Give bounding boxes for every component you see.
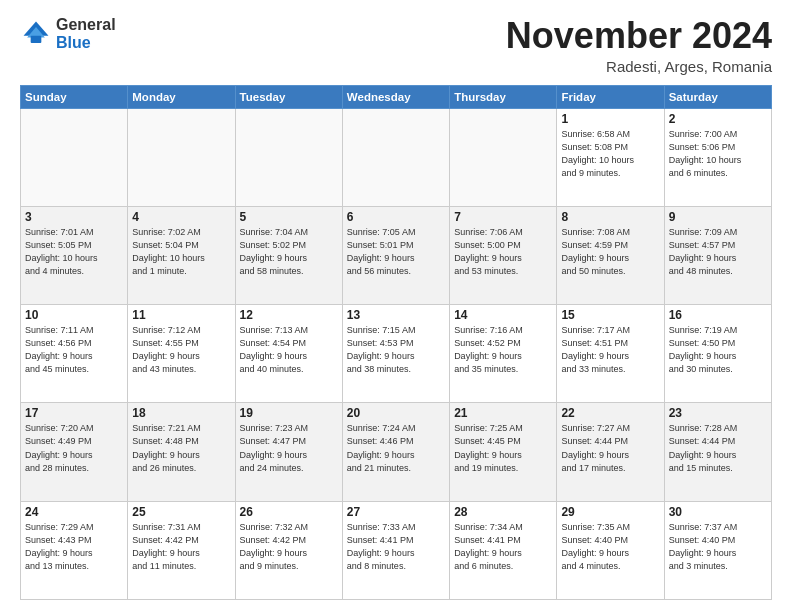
day-number: 3 (25, 210, 123, 224)
day-info: Sunrise: 7:31 AM Sunset: 4:42 PM Dayligh… (132, 521, 230, 573)
col-thursday: Thursday (450, 85, 557, 108)
col-monday: Monday (128, 85, 235, 108)
day-number: 5 (240, 210, 338, 224)
logo: General Blue (20, 16, 116, 51)
logo-text: General Blue (56, 16, 116, 51)
location: Radesti, Arges, Romania (506, 58, 772, 75)
table-row: 25Sunrise: 7:31 AM Sunset: 4:42 PM Dayli… (128, 501, 235, 599)
day-info: Sunrise: 7:24 AM Sunset: 4:46 PM Dayligh… (347, 422, 445, 474)
table-row: 6Sunrise: 7:05 AM Sunset: 5:01 PM Daylig… (342, 206, 449, 304)
table-row: 22Sunrise: 7:27 AM Sunset: 4:44 PM Dayli… (557, 403, 664, 501)
day-number: 29 (561, 505, 659, 519)
table-row: 21Sunrise: 7:25 AM Sunset: 4:45 PM Dayli… (450, 403, 557, 501)
day-info: Sunrise: 7:13 AM Sunset: 4:54 PM Dayligh… (240, 324, 338, 376)
day-number: 1 (561, 112, 659, 126)
day-number: 9 (669, 210, 767, 224)
table-row: 28Sunrise: 7:34 AM Sunset: 4:41 PM Dayli… (450, 501, 557, 599)
day-info: Sunrise: 7:04 AM Sunset: 5:02 PM Dayligh… (240, 226, 338, 278)
day-number: 24 (25, 505, 123, 519)
table-row: 4Sunrise: 7:02 AM Sunset: 5:04 PM Daylig… (128, 206, 235, 304)
day-number: 10 (25, 308, 123, 322)
day-number: 19 (240, 406, 338, 420)
day-info: Sunrise: 7:09 AM Sunset: 4:57 PM Dayligh… (669, 226, 767, 278)
day-number: 12 (240, 308, 338, 322)
day-number: 13 (347, 308, 445, 322)
table-row: 14Sunrise: 7:16 AM Sunset: 4:52 PM Dayli… (450, 305, 557, 403)
day-number: 28 (454, 505, 552, 519)
table-row (342, 108, 449, 206)
day-number: 15 (561, 308, 659, 322)
day-info: Sunrise: 7:20 AM Sunset: 4:49 PM Dayligh… (25, 422, 123, 474)
table-row: 11Sunrise: 7:12 AM Sunset: 4:55 PM Dayli… (128, 305, 235, 403)
svg-rect-2 (31, 35, 42, 42)
day-info: Sunrise: 7:35 AM Sunset: 4:40 PM Dayligh… (561, 521, 659, 573)
col-friday: Friday (557, 85, 664, 108)
day-info: Sunrise: 7:12 AM Sunset: 4:55 PM Dayligh… (132, 324, 230, 376)
day-number: 25 (132, 505, 230, 519)
day-info: Sunrise: 7:01 AM Sunset: 5:05 PM Dayligh… (25, 226, 123, 278)
day-number: 18 (132, 406, 230, 420)
day-number: 4 (132, 210, 230, 224)
day-number: 7 (454, 210, 552, 224)
table-row: 9Sunrise: 7:09 AM Sunset: 4:57 PM Daylig… (664, 206, 771, 304)
day-number: 17 (25, 406, 123, 420)
table-row: 20Sunrise: 7:24 AM Sunset: 4:46 PM Dayli… (342, 403, 449, 501)
month-title: November 2024 (506, 16, 772, 56)
logo-icon (20, 18, 52, 50)
day-info: Sunrise: 7:06 AM Sunset: 5:00 PM Dayligh… (454, 226, 552, 278)
day-info: Sunrise: 7:28 AM Sunset: 4:44 PM Dayligh… (669, 422, 767, 474)
day-info: Sunrise: 7:11 AM Sunset: 4:56 PM Dayligh… (25, 324, 123, 376)
day-number: 30 (669, 505, 767, 519)
day-info: Sunrise: 7:02 AM Sunset: 5:04 PM Dayligh… (132, 226, 230, 278)
logo-blue: Blue (56, 34, 116, 52)
table-row: 29Sunrise: 7:35 AM Sunset: 4:40 PM Dayli… (557, 501, 664, 599)
day-info: Sunrise: 7:25 AM Sunset: 4:45 PM Dayligh… (454, 422, 552, 474)
day-info: Sunrise: 7:37 AM Sunset: 4:40 PM Dayligh… (669, 521, 767, 573)
col-sunday: Sunday (21, 85, 128, 108)
day-number: 2 (669, 112, 767, 126)
table-row: 7Sunrise: 7:06 AM Sunset: 5:00 PM Daylig… (450, 206, 557, 304)
calendar-week-row: 10Sunrise: 7:11 AM Sunset: 4:56 PM Dayli… (21, 305, 772, 403)
header: General Blue November 2024 Radesti, Arge… (20, 16, 772, 75)
table-row (128, 108, 235, 206)
day-info: Sunrise: 7:15 AM Sunset: 4:53 PM Dayligh… (347, 324, 445, 376)
day-info: Sunrise: 7:32 AM Sunset: 4:42 PM Dayligh… (240, 521, 338, 573)
day-info: Sunrise: 7:21 AM Sunset: 4:48 PM Dayligh… (132, 422, 230, 474)
logo-general: General (56, 16, 116, 34)
day-number: 8 (561, 210, 659, 224)
day-info: Sunrise: 7:33 AM Sunset: 4:41 PM Dayligh… (347, 521, 445, 573)
table-row: 18Sunrise: 7:21 AM Sunset: 4:48 PM Dayli… (128, 403, 235, 501)
table-row (450, 108, 557, 206)
table-row: 8Sunrise: 7:08 AM Sunset: 4:59 PM Daylig… (557, 206, 664, 304)
day-number: 14 (454, 308, 552, 322)
day-info: Sunrise: 7:34 AM Sunset: 4:41 PM Dayligh… (454, 521, 552, 573)
table-row: 5Sunrise: 7:04 AM Sunset: 5:02 PM Daylig… (235, 206, 342, 304)
table-row: 24Sunrise: 7:29 AM Sunset: 4:43 PM Dayli… (21, 501, 128, 599)
col-wednesday: Wednesday (342, 85, 449, 108)
day-info: Sunrise: 7:29 AM Sunset: 4:43 PM Dayligh… (25, 521, 123, 573)
page: General Blue November 2024 Radesti, Arge… (0, 0, 792, 612)
calendar-week-row: 17Sunrise: 7:20 AM Sunset: 4:49 PM Dayli… (21, 403, 772, 501)
table-row (21, 108, 128, 206)
table-row: 27Sunrise: 7:33 AM Sunset: 4:41 PM Dayli… (342, 501, 449, 599)
table-row: 16Sunrise: 7:19 AM Sunset: 4:50 PM Dayli… (664, 305, 771, 403)
table-row: 13Sunrise: 7:15 AM Sunset: 4:53 PM Dayli… (342, 305, 449, 403)
day-number: 16 (669, 308, 767, 322)
table-row: 30Sunrise: 7:37 AM Sunset: 4:40 PM Dayli… (664, 501, 771, 599)
calendar-table: Sunday Monday Tuesday Wednesday Thursday… (20, 85, 772, 600)
calendar-week-row: 1Sunrise: 6:58 AM Sunset: 5:08 PM Daylig… (21, 108, 772, 206)
day-info: Sunrise: 7:16 AM Sunset: 4:52 PM Dayligh… (454, 324, 552, 376)
calendar-week-row: 24Sunrise: 7:29 AM Sunset: 4:43 PM Dayli… (21, 501, 772, 599)
table-row: 17Sunrise: 7:20 AM Sunset: 4:49 PM Dayli… (21, 403, 128, 501)
table-row: 26Sunrise: 7:32 AM Sunset: 4:42 PM Dayli… (235, 501, 342, 599)
calendar-header-row: Sunday Monday Tuesday Wednesday Thursday… (21, 85, 772, 108)
table-row: 10Sunrise: 7:11 AM Sunset: 4:56 PM Dayli… (21, 305, 128, 403)
day-number: 22 (561, 406, 659, 420)
table-row: 3Sunrise: 7:01 AM Sunset: 5:05 PM Daylig… (21, 206, 128, 304)
day-info: Sunrise: 7:00 AM Sunset: 5:06 PM Dayligh… (669, 128, 767, 180)
day-info: Sunrise: 6:58 AM Sunset: 5:08 PM Dayligh… (561, 128, 659, 180)
day-number: 26 (240, 505, 338, 519)
table-row: 19Sunrise: 7:23 AM Sunset: 4:47 PM Dayli… (235, 403, 342, 501)
day-number: 11 (132, 308, 230, 322)
day-info: Sunrise: 7:23 AM Sunset: 4:47 PM Dayligh… (240, 422, 338, 474)
